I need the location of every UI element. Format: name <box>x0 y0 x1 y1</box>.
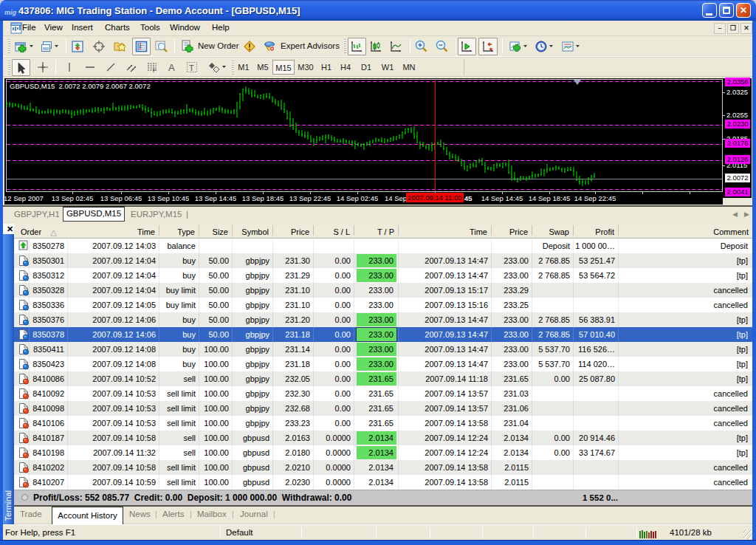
svg-text:F: F <box>153 68 156 73</box>
svg-text:A: A <box>168 62 175 73</box>
svg-text:T: T <box>189 64 194 72</box>
